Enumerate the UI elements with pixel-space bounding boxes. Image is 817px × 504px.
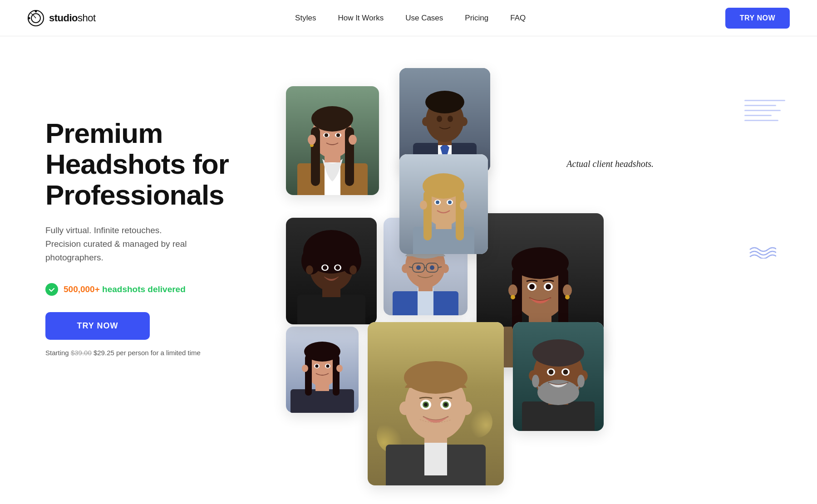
svg-point-30 [349, 135, 357, 145]
svg-point-131 [532, 375, 539, 387]
svg-point-126 [549, 370, 554, 375]
svg-point-25 [325, 133, 328, 137]
hero-try-now-button[interactable]: TRY NOW [45, 312, 150, 340]
svg-point-82 [529, 284, 535, 289]
svg-point-23 [311, 106, 353, 132]
logo-icon [27, 10, 44, 27]
nav-how-it-works[interactable]: How It Works [338, 14, 384, 23]
svg-point-3 [28, 17, 30, 19]
photo-card-brown-man [513, 322, 604, 431]
badge-text: 500,000+ headshots delivered [64, 284, 186, 294]
svg-point-12 [448, 116, 453, 122]
actual-client-label: Actual client headshots. [566, 159, 654, 169]
svg-point-101 [336, 365, 343, 372]
svg-point-70 [430, 265, 434, 270]
svg-point-51 [309, 231, 354, 257]
svg-point-72 [442, 264, 449, 273]
svg-point-39 [436, 201, 439, 204]
svg-point-55 [335, 265, 340, 270]
svg-point-11 [437, 116, 442, 122]
decorative-waves [749, 245, 776, 260]
svg-point-84 [546, 284, 551, 289]
nav-styles[interactable]: Styles [295, 14, 316, 23]
hero-subtitle: Fully virtual. Infinite retouches. Preci… [45, 224, 236, 265]
nav-pricing[interactable]: Pricing [465, 14, 488, 23]
svg-rect-94 [305, 355, 312, 396]
svg-point-113 [424, 403, 428, 406]
hero-title: Premium Headshots for Professionals [45, 118, 263, 211]
svg-point-27 [336, 133, 340, 137]
svg-point-117 [399, 401, 410, 415]
photo-card-black-woman [286, 218, 377, 324]
svg-point-41 [448, 201, 452, 204]
nav-use-cases[interactable]: Use Cases [405, 14, 443, 23]
headshots-badge: 500,000+ headshots delivered [45, 283, 263, 296]
svg-point-123 [532, 339, 584, 367]
header-try-now-button[interactable]: TRY NOW [725, 8, 790, 29]
svg-point-116 [444, 403, 448, 406]
svg-point-13 [425, 91, 464, 113]
svg-point-71 [402, 264, 409, 273]
svg-rect-120 [522, 401, 595, 431]
photo-card-asian-woman-2 [286, 327, 359, 413]
svg-rect-79 [512, 268, 522, 331]
photo-card-white-man [368, 322, 504, 485]
svg-point-42 [420, 201, 427, 210]
svg-point-100 [302, 365, 308, 372]
deco-line-1 [744, 100, 785, 101]
svg-rect-36 [423, 191, 432, 240]
svg-point-99 [326, 365, 330, 368]
svg-point-14 [422, 117, 429, 126]
svg-point-118 [461, 401, 472, 415]
hero-photo-grid: Actual client headshots. [281, 64, 790, 472]
svg-point-88 [565, 295, 570, 299]
deco-line-2 [744, 105, 776, 106]
svg-point-57 [349, 265, 357, 274]
svg-rect-95 [333, 355, 340, 396]
svg-point-97 [315, 365, 319, 368]
check-icon [45, 283, 58, 296]
svg-rect-107 [424, 439, 447, 475]
logo[interactable]: studioshot [27, 10, 96, 27]
svg-rect-37 [456, 191, 464, 240]
logo-text: studioshot [49, 12, 96, 24]
hero-section: Premium Headshots for Professionals Full… [0, 36, 817, 504]
deco-line-5 [744, 120, 778, 121]
deco-line-4 [744, 115, 772, 116]
svg-point-128 [563, 370, 568, 375]
hero-pricing-note: Starting $39.00 $29.25 per person for a … [45, 349, 263, 357]
photo-card-asian-woman [286, 86, 379, 195]
svg-point-132 [577, 375, 585, 387]
svg-rect-80 [558, 268, 568, 331]
svg-point-69 [416, 265, 421, 270]
hero-content: Premium Headshots for Professionals Full… [45, 64, 263, 357]
header: studioshot Styles How It Works Use Cases… [0, 0, 817, 36]
svg-point-2 [35, 10, 37, 12]
deco-line-3 [744, 110, 781, 111]
svg-point-43 [460, 201, 467, 210]
svg-rect-45 [297, 295, 365, 324]
main-nav: Styles How It Works Use Cases Pricing FA… [295, 14, 526, 23]
svg-rect-32 [413, 227, 474, 254]
svg-point-87 [511, 295, 515, 299]
svg-point-29 [308, 135, 316, 145]
decorative-lines [744, 100, 785, 121]
svg-point-85 [508, 284, 517, 296]
svg-point-15 [460, 117, 468, 126]
svg-point-56 [306, 265, 313, 274]
svg-rect-60 [418, 288, 433, 315]
photo-card-blonde-woman [399, 154, 488, 254]
svg-point-53 [323, 265, 327, 270]
nav-faq[interactable]: FAQ [510, 14, 526, 23]
svg-point-86 [563, 284, 572, 296]
